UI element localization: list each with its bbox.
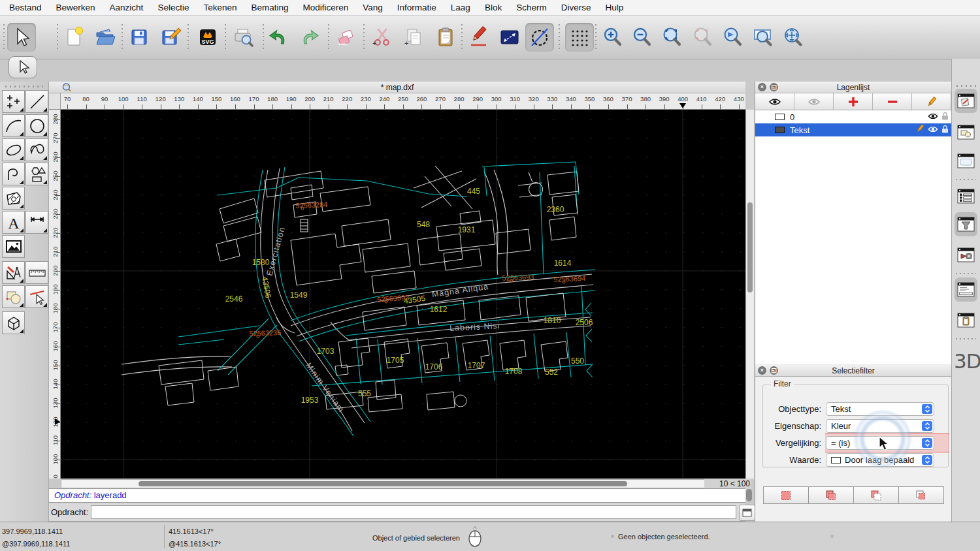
projector-palette-button[interactable]	[955, 243, 977, 267]
drawing-canvas[interactable]: 4452360548193116141580254615494350643505…	[61, 110, 745, 479]
zoom-previous-button[interactable]	[719, 23, 747, 52]
menu-informatie[interactable]: Informatie	[397, 3, 436, 12]
save-button[interactable]	[125, 23, 154, 52]
show-layer-button[interactable]	[755, 93, 794, 110]
new-document-button[interactable]	[59, 23, 88, 52]
history-scrollbar-thumb[interactable]	[746, 489, 752, 501]
clipboard-palette-button[interactable]	[955, 308, 977, 332]
layer-edit-icon[interactable]	[915, 125, 924, 133]
h-ruler[interactable]: 7080901001101201301401501601701801902002…	[61, 93, 745, 110]
text-tool[interactable]: A	[2, 211, 25, 234]
cube-3d-tool[interactable]	[2, 311, 25, 334]
layer-row-0[interactable]: 0	[755, 110, 951, 123]
zoom-selection-button[interactable]	[689, 23, 717, 52]
filter-dropdown-objecttype[interactable]: Tekst	[826, 402, 934, 416]
layer-list-palette-button[interactable]	[955, 184, 977, 208]
selection-add-button[interactable]	[809, 487, 854, 503]
v-scrollbar-thumb[interactable]	[747, 202, 753, 292]
command-input[interactable]	[91, 505, 736, 519]
select-tool-button[interactable]	[8, 56, 37, 78]
dropdown-stepper[interactable]	[922, 404, 932, 414]
selection-new-button[interactable]	[764, 487, 809, 503]
menu-blok[interactable]: Blok	[485, 3, 502, 12]
add-layer-button[interactable]	[834, 93, 873, 110]
palette-handle[interactable]	[5, 86, 43, 87]
eraser-button[interactable]	[332, 23, 361, 52]
3d-label[interactable]: 3D	[954, 349, 980, 373]
h-scrollbar[interactable]	[61, 479, 708, 488]
dropdown-stepper[interactable]	[922, 421, 932, 431]
undo-button[interactable]	[265, 23, 293, 52]
v-scrollbar[interactable]	[745, 110, 754, 479]
blank-palette-button[interactable]	[955, 149, 977, 173]
filter-dropdown-eigenschap[interactable]: Kleur	[826, 419, 934, 433]
image-tool[interactable]	[2, 235, 25, 258]
menu-modificeren[interactable]: Modificeren	[303, 3, 349, 12]
grid-toggle-button[interactable]	[565, 23, 594, 52]
edit-layer-button[interactable]	[912, 93, 951, 110]
polygon-tool[interactable]	[25, 163, 48, 185]
boolean-tool[interactable]	[2, 285, 25, 308]
points-tool[interactable]	[2, 90, 25, 113]
copy-button[interactable]: +	[399, 23, 428, 52]
drafting-tool[interactable]	[2, 261, 25, 284]
menu-tekenen[interactable]: Tekenen	[203, 3, 237, 12]
line-tool[interactable]	[25, 90, 48, 113]
h-scrollbar-thumb[interactable]	[139, 481, 627, 486]
menu-diverse[interactable]: Diverse	[561, 3, 591, 12]
ellipse-tool[interactable]	[2, 138, 25, 161]
menu-scherm[interactable]: Scherm	[516, 3, 547, 12]
cut-button[interactable]: +	[368, 23, 397, 52]
menu-aanzicht[interactable]: Aanzicht	[110, 3, 144, 12]
menu-bestand[interactable]: Bestand	[9, 3, 42, 12]
hide-layer-button[interactable]	[794, 93, 834, 110]
zoom-window-button[interactable]	[749, 23, 777, 52]
select-cursor-button[interactable]	[7, 23, 36, 52]
dropdown-stepper[interactable]	[922, 438, 932, 448]
print-preview-button[interactable]	[229, 23, 257, 52]
menu-bemating[interactable]: Bemating	[251, 3, 288, 12]
measure-tool[interactable]	[25, 261, 48, 284]
zoom-out-button[interactable]	[628, 23, 657, 52]
zoom-extents-button[interactable]	[658, 23, 687, 52]
spline-tool[interactable]	[25, 138, 48, 161]
layer-visible-icon[interactable]	[928, 125, 938, 133]
shapes-palette-button[interactable]	[955, 120, 977, 144]
selection-intersect-button[interactable]	[899, 487, 943, 503]
paste-button[interactable]	[431, 23, 460, 52]
arc-tool[interactable]	[2, 114, 25, 137]
circle-diagonal-toggle-button[interactable]	[525, 23, 554, 52]
menu-hulp[interactable]: Hulp	[605, 3, 623, 12]
menu-laag[interactable]: Laag	[451, 3, 470, 12]
polyline-tool[interactable]	[2, 163, 25, 185]
zoom-in-button[interactable]	[598, 23, 627, 52]
selection-subtract-button[interactable]	[854, 487, 899, 503]
layer-color-swatch[interactable]	[775, 114, 785, 120]
trim-tool[interactable]	[25, 285, 48, 308]
pan-button[interactable]	[779, 23, 808, 52]
open-folder-button[interactable]	[91, 23, 120, 52]
svg-export-button[interactable]: SVG	[193, 23, 222, 52]
save-as-button[interactable]	[156, 23, 185, 52]
command-palette-button[interactable]	[955, 277, 977, 302]
layer-lock-icon[interactable]	[941, 112, 949, 120]
layer-lock-icon[interactable]	[941, 125, 949, 133]
filter-palette-button[interactable]	[955, 212, 977, 236]
layer-visible-icon[interactable]	[928, 112, 938, 120]
menu-vang[interactable]: Vang	[363, 3, 383, 12]
menu-bewerken[interactable]: Bewerken	[56, 3, 95, 12]
command-window-button[interactable]	[739, 505, 755, 521]
filter-dropdown-vergelijking[interactable]: = (is)	[826, 436, 934, 450]
drawing-tools-palette-button[interactable]	[955, 89, 977, 113]
v-ruler[interactable]: 2802702602502402302202102001901801701601…	[49, 110, 61, 479]
remove-layer-button[interactable]	[873, 93, 912, 110]
layer-row-tekst[interactable]: Tekst	[755, 123, 951, 136]
draw-pencil-button[interactable]	[465, 23, 493, 52]
redo-button[interactable]	[295, 23, 323, 52]
dimension-button[interactable]	[495, 23, 524, 52]
circle-tool[interactable]	[25, 114, 48, 137]
menu-selectie[interactable]: Selectie	[157, 3, 189, 12]
filter-dropdown-waarde[interactable]: Door laag bepaald	[826, 453, 934, 467]
strip-handle[interactable]	[956, 85, 976, 87]
hatch-tool[interactable]	[2, 187, 25, 210]
